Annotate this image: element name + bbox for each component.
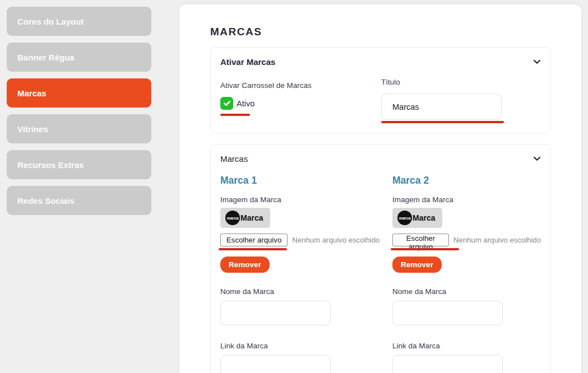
settings-sidebar: Cores do Layout Banner Régua Marcas Vitr… — [7, 7, 151, 222]
sidebar-item-banner-regua[interactable]: Banner Régua — [7, 43, 151, 72]
brand-logo-text: Marca — [240, 213, 263, 222]
sidebar-item-recursos-extras[interactable]: Recursos Extras — [7, 150, 151, 179]
nome-da-marca-input[interactable] — [220, 301, 331, 325]
check-icon — [223, 100, 231, 106]
brand-logo-badge: marca — [397, 211, 412, 225]
brand-column-2: Marca 2 Imagem da Marca marca Marca Esco… — [392, 164, 541, 373]
annotation-underline — [219, 248, 287, 250]
main-panel: MARCAS Ativar Marcas Ativar Carrossel de… — [179, 4, 581, 373]
imagem-da-marca-label: Imagem da Marca — [220, 195, 281, 204]
page-title: MARCAS — [210, 26, 551, 38]
ativo-checkbox-label: Ativo — [237, 99, 254, 108]
sidebar-item-cores-do-layout[interactable]: Cores do Layout — [7, 7, 151, 36]
marcas-card-title: Marcas — [220, 154, 248, 164]
link-da-marca-label: Link da Marca — [220, 342, 268, 350]
brand-image-preview: marca Marca — [220, 208, 270, 228]
file-status-text: Nenhum arquivo escolhido — [453, 236, 541, 244]
ativar-marcas-card: Ativar Marcas Ativar Carrossel de Marcas… — [210, 47, 551, 133]
annotation-underline — [391, 248, 459, 250]
nome-da-marca-label: Nome da Marca — [392, 287, 446, 296]
annotation-underline — [220, 114, 250, 116]
brand-column-1: Marca 1 Imagem da Marca marca Marca Esco… — [220, 164, 392, 373]
nome-da-marca-label: Nome da Marca — [220, 287, 274, 296]
chevron-down-icon[interactable] — [533, 59, 541, 64]
link-da-marca-label: Link da Marca — [392, 342, 440, 350]
brand-heading: Marca 1 — [220, 175, 257, 186]
link-da-marca-input[interactable] — [392, 355, 503, 373]
file-status-text: Nenhum arquivo escolhido — [292, 236, 379, 244]
imagem-da-marca-label: Imagem da Marca — [392, 195, 453, 204]
sidebar-item-marcas[interactable]: Marcas — [7, 78, 151, 108]
brand-logo-text: Marca — [413, 213, 435, 222]
brand-logo-badge: marca — [225, 211, 240, 225]
sidebar-item-redes-sociais[interactable]: Redes Sociais — [7, 186, 151, 215]
annotation-underline — [381, 121, 504, 123]
ativar-marcas-card-title: Ativar Marcas — [220, 57, 275, 67]
ativo-checkbox[interactable] — [220, 97, 233, 110]
sidebar-item-vitrines[interactable]: Vitrines — [7, 114, 151, 143]
escolher-arquivo-button[interactable]: Escolher arquivo — [220, 234, 288, 246]
titulo-label: Título — [381, 78, 400, 86]
brand-image-preview: marca Marca — [392, 208, 442, 228]
ativar-carrossel-label: Ativar Carrossel de Marcas — [220, 81, 381, 90]
nome-da-marca-input[interactable] — [392, 301, 503, 325]
brand-heading: Marca 2 — [392, 175, 429, 186]
escolher-arquivo-button[interactable]: Escolher arquivo — [392, 234, 449, 246]
remover-button[interactable]: Remover — [392, 257, 442, 273]
chevron-down-icon[interactable] — [533, 156, 541, 161]
titulo-input[interactable] — [381, 94, 502, 120]
marcas-card: Marcas Marca 1 Imagem da Marca marca Mar… — [210, 144, 551, 373]
link-da-marca-input[interactable] — [220, 355, 331, 373]
remover-button[interactable]: Remover — [220, 257, 270, 273]
